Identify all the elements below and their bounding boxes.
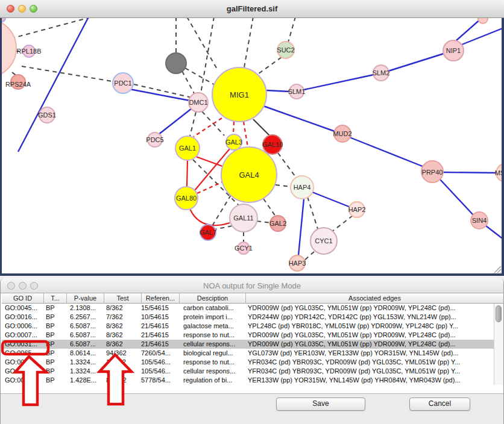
cell-go-id: GO:0031... — [5, 367, 45, 376]
cell-p-value: 6.5087... — [70, 331, 103, 340]
cell-reference: 105/546... — [141, 358, 180, 367]
node-clipped-large[interactable] — [0, 19, 16, 78]
titlebar[interactable]: galFiltered.sif — [0, 0, 504, 18]
cell-description: regulation of bi... — [183, 376, 245, 385]
cell-reference: 21/54615 — [141, 322, 180, 331]
cell-type: BP — [46, 349, 66, 358]
column-header-go-id[interactable]: GO ID — [2, 293, 44, 304]
node-label: MIG1 — [230, 90, 249, 99]
column-header-type[interactable]: T... — [44, 293, 67, 304]
cell-description: biological regul... — [183, 349, 245, 358]
node-label: RPL18B — [17, 48, 42, 55]
column-header-p-value[interactable]: P-value — [67, 293, 104, 304]
cell-description: galactose meta... — [183, 322, 245, 331]
cell-test: 7/362 — [106, 313, 140, 322]
cell-type: BP — [46, 340, 66, 349]
node-label: DMC1 — [189, 99, 207, 106]
node-label: GAL2 — [269, 220, 286, 227]
cell-test: 8/362 — [106, 331, 140, 340]
table-row[interactable]: GO:0031...BP1.3324...11/362105/546...res… — [2, 358, 494, 367]
node-label: PDC5 — [146, 136, 163, 143]
cell-description: protein import i... — [183, 313, 245, 322]
table-body: GO:0045...BP2.1308...8/36215/54615carbon… — [2, 304, 494, 385]
cell-reference: 5778/54... — [141, 376, 180, 385]
noa-output-window: NOA output for Single Mode GO ID T... P-… — [0, 278, 504, 424]
resize-grip[interactable] — [494, 266, 501, 273]
cell-reference: 21/54615 — [141, 340, 180, 349]
cell-description: cellular respons... — [183, 367, 245, 376]
cell-p-value: 6.5087... — [70, 322, 103, 331]
cell-reference: 7260/54... — [141, 349, 180, 358]
node-label: CYC1 — [315, 237, 332, 245]
node-label: HAP3 — [289, 260, 306, 267]
node-label: SIN4 — [472, 217, 487, 224]
cell-go-id: GO:0006... — [5, 322, 45, 331]
cell-go-id: GO:0016... — [5, 313, 45, 322]
table-row[interactable]: GO:0006...BP6.5087...8/36221/54615galact… — [2, 322, 494, 331]
node-label: SLM1 — [288, 88, 306, 95]
cell-associated-edges: YFR034C (pd) YBR093C, YDR009W (pd) YGL03… — [248, 367, 494, 376]
cell-type: BP — [46, 304, 66, 313]
network-canvas[interactable]: RPL18B RPS24A GDS1 PDC1 DMC1 MIG1 SUC2 S… — [0, 0, 504, 276]
cell-type: BP — [46, 358, 66, 367]
node-label: GAL1 — [179, 145, 196, 152]
cell-reference: 15/54615 — [141, 304, 180, 313]
cell-p-value: 2.1308... — [70, 304, 103, 313]
table-row[interactable]: GO:0007...BP6.5087...8/36221/54615respon… — [2, 331, 494, 340]
cell-type: BP — [46, 367, 66, 376]
cell-type: BP — [46, 331, 66, 340]
table-row[interactable]: GO:0045...BP2.1308...8/36215/54615carbon… — [2, 304, 494, 313]
cell-go-id: GO:0031... — [5, 358, 45, 367]
cell-test: 11/362 — [106, 358, 140, 367]
cell-associated-edges: YGL073W (pd) YER103W, YER133W (pp) YOR31… — [248, 349, 494, 358]
scrollbar-thumb[interactable] — [496, 305, 502, 322]
node-label: GAL10 — [262, 141, 283, 148]
table-row[interactable]: GO:0050...BP1.428E...80/3625778/54...reg… — [2, 376, 494, 385]
node-label: GDS1 — [38, 111, 56, 119]
table-row[interactable]: GO:0031...BP1.3324...11/362105/546...cel… — [2, 367, 494, 376]
cell-associated-edges: YDR009W (pd) YGL035C, YML051W (pp) YDR00… — [248, 304, 494, 313]
node-label: HAP4 — [294, 184, 311, 191]
cell-go-id: GO:0045... — [5, 304, 45, 313]
column-header-associated-edges[interactable]: Associated edges — [246, 293, 503, 304]
node-label: GAL7 — [200, 229, 216, 236]
cell-test: 8/362 — [106, 322, 140, 331]
cancel-button[interactable]: Cancel — [409, 398, 470, 411]
table-row-selected[interactable]: GO:0031...BP6.5087...8/36221/54615cellul… — [2, 340, 494, 349]
cell-associated-edges: YPL248C (pd) YBR018C, YML051W (pp) YDR00… — [248, 322, 494, 331]
cell-test: 11/362 — [106, 367, 140, 376]
cell-p-value: 6.2567... — [70, 313, 103, 322]
cell-go-id: GO:0031... — [5, 340, 45, 349]
cell-associated-edges: YDR009W (pd) YGL035C, YML051W (pp) YDR00… — [248, 340, 494, 349]
cell-type: BP — [46, 313, 66, 322]
cell-type: BP — [46, 376, 66, 385]
table-row[interactable]: GO:0016...BP6.2567...7/36210/54615protei… — [2, 313, 494, 322]
node-label: HAP2 — [348, 206, 366, 213]
cell-go-id: GO:0007... — [5, 331, 45, 340]
cell-test: 8/362 — [106, 340, 140, 349]
column-header-test[interactable]: Test — [104, 293, 142, 304]
scrollbar-track[interactable] — [494, 304, 503, 385]
node-unlabeled-gray[interactable] — [166, 53, 186, 73]
node-label: GAL3 — [225, 139, 242, 146]
table-row[interactable]: GO:0065...BP8.0614...94/3627260/54...bio… — [2, 349, 494, 358]
cell-description: cellular respons... — [183, 340, 245, 349]
cell-reference: 10/54615 — [141, 313, 180, 322]
button-panel: Save Cancel — [1, 393, 503, 424]
table-header: GO ID T... P-value Test Referen... Desci… — [2, 293, 503, 304]
titlebar[interactable]: NOA output for Single Mode — [1, 278, 503, 293]
column-header-reference[interactable]: Referen... — [142, 293, 180, 304]
window-title: NOA output for Single Mode — [1, 281, 503, 290]
cell-test: 80/362 — [106, 376, 140, 385]
cell-p-value: 1.428E... — [70, 376, 103, 385]
cell-reference: 105/546... — [141, 367, 180, 376]
node-label: NIP1 — [446, 47, 461, 54]
node-label: PDC1 — [114, 80, 131, 87]
save-button[interactable]: Save — [276, 398, 365, 411]
cell-description: carbon cataboli... — [183, 304, 245, 313]
network-edges-dark — [253, 119, 270, 136]
window-title: galFiltered.sif — [0, 4, 504, 13]
node-label: GCY1 — [235, 245, 253, 252]
node-label: PRP40 — [422, 169, 443, 176]
column-header-description[interactable]: Desciption — [180, 293, 246, 304]
